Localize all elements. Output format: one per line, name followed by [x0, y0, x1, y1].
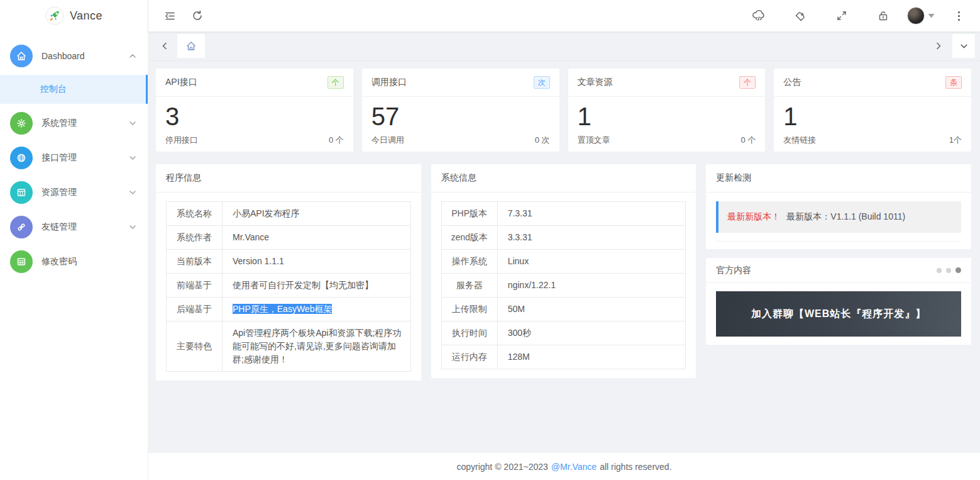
divider: [716, 241, 961, 242]
official-content-panel: 官方内容 加入群聊【WEB站长『程序开发』】: [706, 258, 971, 345]
grid-icon: [10, 250, 33, 273]
footer-suffix: all rights reserved.: [600, 462, 671, 472]
chevron-down-icon: [960, 42, 968, 50]
stat-card-articles: 文章资源 个 1 置顶文章 0 个: [568, 69, 766, 152]
sidebar-item-dashboard[interactable]: Dashboard: [0, 40, 148, 72]
sidebar-item-label: 接口管理: [41, 152, 77, 164]
sidebar-item-label: Dashboard: [41, 51, 85, 61]
panel-title: 更新检测: [716, 172, 751, 184]
program-info-table: 系统名称小易API发布程序 系统作者Mr.Vance 当前版本Version 1…: [166, 201, 411, 372]
home-icon: [10, 45, 33, 67]
sidebar-menu: Dashboard 控制台 系统管理: [0, 31, 148, 277]
stat-value: 1: [568, 97, 766, 129]
tab-home[interactable]: [177, 34, 205, 58]
sidebar-item-label: 友链管理: [41, 221, 77, 233]
header-right-icons: [749, 6, 969, 26]
table-row: 操作系统Linux: [441, 250, 686, 274]
table-row: 主要特色Api管理程序两个板块Api和资源下载;程序功能可能写的不好,请见谅,更…: [167, 321, 411, 372]
more-vertical-icon[interactable]: [949, 6, 969, 26]
chevron-down-icon: [129, 120, 136, 127]
stat-card-calls: 调用接口 次 57 今日调用 0 次: [362, 69, 559, 152]
fullscreen-icon[interactable]: [832, 6, 852, 26]
stat-foot-label: 停用接口: [165, 135, 198, 146]
table-row: 系统名称小易API发布程序: [167, 202, 411, 226]
stat-title: API接口: [165, 77, 197, 88]
top-header: [148, 0, 980, 31]
stat-foot-label: 今日调用: [372, 135, 404, 146]
chevron-down-icon: [129, 223, 136, 231]
stat-value: 57: [362, 97, 559, 129]
sidebar-item-api-management[interactable]: 接口管理: [0, 142, 148, 174]
stat-value: 1: [774, 97, 971, 129]
footer: copyright © 2021~2023 @Mr.Vance all righ…: [148, 453, 980, 480]
panel-title: 程序信息: [166, 172, 201, 184]
official-banner[interactable]: 加入群聊【WEB站长『程序开发』】: [716, 291, 961, 337]
carousel-dot[interactable]: [937, 268, 942, 273]
chevron-down-icon: [129, 154, 136, 162]
brand-name: Vance: [70, 9, 102, 23]
collapse-menu-icon[interactable]: [160, 6, 180, 26]
stat-card-announcements: 公告 条 1 友情链接 1个: [774, 69, 971, 152]
program-info-panel: 程序信息 系统名称小易API发布程序 系统作者Mr.Vance 当前版本Vers…: [156, 164, 421, 381]
stat-title: 文章资源: [578, 77, 613, 88]
carousel-dot[interactable]: [946, 268, 951, 273]
update-alert: 最新新版本！最新版本：V1.1.1 (Build 1011): [716, 201, 961, 233]
stat-value: 3: [156, 97, 353, 129]
stat-title: 公告: [783, 77, 801, 88]
stat-foot-value: 0 次: [535, 135, 550, 146]
update-alert-text: 最新版本：V1.1.1 (Build 1011): [786, 211, 905, 221]
stat-foot-value: 0 个: [741, 135, 756, 146]
table-row: zend版本3.3.31: [441, 226, 686, 250]
sidebar-item-console[interactable]: 控制台: [0, 75, 148, 104]
footer-author-link[interactable]: @Mr.Vance: [551, 462, 597, 472]
user-menu[interactable]: [907, 7, 935, 25]
update-alert-highlight: 最新新版本！: [727, 211, 780, 221]
refresh-icon[interactable]: [187, 6, 207, 26]
grid-icon: [10, 181, 33, 204]
sidebar-item-label: 资源管理: [41, 187, 77, 198]
dashboard-content: API接口 个 3 停用接口 0 个 调用接口 次 57: [148, 61, 980, 453]
chevron-down-icon: [129, 189, 136, 196]
home-icon: [186, 41, 196, 51]
submenu-label: 控制台: [40, 84, 67, 95]
tabs-menu-dropdown[interactable]: [952, 34, 975, 58]
gear-icon: [10, 112, 33, 135]
stat-foot-label: 友情链接: [783, 135, 816, 146]
update-check-panel: 更新检测 最新新版本！最新版本：V1.1.1 (Build 1011): [706, 164, 971, 249]
tabs-scroll-left-icon[interactable]: [156, 34, 173, 58]
sidebar-item-label: 系统管理: [41, 118, 77, 129]
caret-down-icon: [928, 13, 935, 18]
sidebar-item-friendlink-management[interactable]: 友链管理: [0, 211, 148, 243]
link-icon: [10, 216, 33, 238]
panel-title: 系统信息: [441, 172, 476, 184]
cloud-code-icon[interactable]: [749, 6, 769, 26]
stat-foot-label: 置顶文章: [578, 135, 610, 146]
tabs-scroll-right-icon[interactable]: [930, 34, 947, 58]
table-row: 服务器nginx/1.22.1: [441, 274, 686, 298]
carousel-dots: [937, 267, 961, 273]
table-row: 上传限制50M: [441, 298, 686, 321]
system-info-table: PHP版本7.3.31 zend版本3.3.31 操作系统Linux 服务器ng…: [441, 201, 686, 369]
stat-badge: 次: [534, 76, 550, 89]
sidebar-item-system-management[interactable]: 系统管理: [0, 108, 148, 139]
table-row: 后端基于PHP原生，EasyWeb框架: [167, 298, 411, 321]
stat-badge: 个: [739, 76, 756, 89]
avatar[interactable]: [907, 7, 925, 25]
info-panels-row: 程序信息 系统名称小易API发布程序 系统作者Mr.Vance 当前版本Vers…: [156, 164, 971, 381]
sidebar-item-resource-management[interactable]: 资源管理: [0, 177, 148, 208]
carousel-dot-active[interactable]: [955, 267, 961, 273]
footer-prefix: copyright © 2021~2023: [456, 462, 548, 472]
panel-title: 官方内容: [716, 265, 751, 276]
sidebar-item-change-password[interactable]: 修改密码: [0, 246, 148, 277]
stat-title: 调用接口: [372, 77, 407, 88]
stat-badge: 条: [945, 76, 962, 89]
lock-icon[interactable]: [873, 6, 893, 26]
table-row: PHP版本7.3.31: [441, 202, 686, 226]
brand[interactable]: Vance: [0, 0, 148, 31]
table-row: 前端基于使用者可自行开发定制【均无加密】: [167, 274, 411, 298]
stat-card-api: API接口 个 3 停用接口 0 个: [156, 69, 353, 152]
tag-icon[interactable]: [790, 6, 810, 26]
table-row: 当前版本Version 1.1.1: [167, 250, 411, 274]
stat-cards-row: API接口 个 3 停用接口 0 个 调用接口 次 57: [156, 69, 971, 152]
tab-bar: [148, 31, 980, 61]
